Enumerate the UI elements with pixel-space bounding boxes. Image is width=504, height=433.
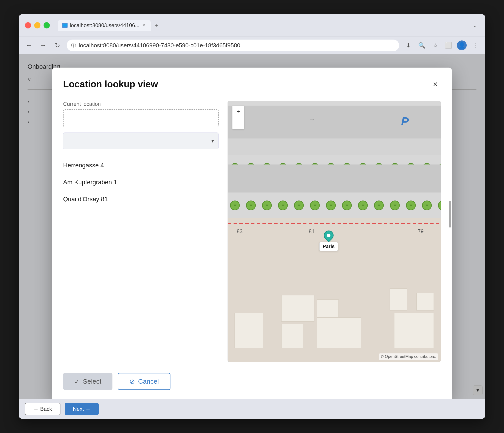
building-8 bbox=[390, 288, 407, 311]
street-number-83: 83 bbox=[237, 228, 243, 235]
location-item-0[interactable]: Herrengasse 4 bbox=[63, 157, 219, 174]
tab-title: localhost:8080/users/44106... bbox=[70, 22, 140, 28]
modal-left-panel: Current location ▾ Herrengasse 4 Am Kupf… bbox=[63, 101, 219, 362]
browser-toolbar: ← → ↻ ⓘ localhost:8080/users/44106990-74… bbox=[19, 36, 485, 54]
cancel-label: Cancel bbox=[138, 378, 159, 385]
modal-title: Location lookup view bbox=[63, 79, 158, 90]
select-check-icon: ✓ bbox=[74, 378, 80, 385]
zoom-out-button[interactable]: − bbox=[233, 117, 244, 129]
tab-bar: 🌐 localhost:8080/users/44106... × + bbox=[58, 20, 161, 31]
parking-label: P bbox=[401, 115, 409, 128]
current-location-field: Current location bbox=[63, 101, 219, 127]
tree-b1 bbox=[230, 200, 240, 210]
road-strip-1: → P bbox=[228, 106, 441, 138]
modal-overlay: Location lookup view × Current location … bbox=[19, 54, 485, 399]
tree-b7 bbox=[326, 200, 336, 210]
pin-city-label: Paris bbox=[319, 242, 338, 251]
tree-b3 bbox=[262, 200, 272, 210]
building-2 bbox=[281, 295, 315, 322]
cancel-circle-icon: ⊘ bbox=[129, 378, 135, 385]
tree-b14 bbox=[438, 200, 441, 210]
chevron-down-icon: ⌄ bbox=[470, 21, 479, 29]
tree-b4 bbox=[278, 200, 288, 210]
active-tab[interactable]: 🌐 localhost:8080/users/44106... × bbox=[58, 20, 151, 31]
new-tab-button[interactable]: + bbox=[153, 21, 161, 29]
scrollbar[interactable] bbox=[449, 201, 451, 228]
tree-b11 bbox=[390, 200, 400, 210]
tree-b10 bbox=[374, 200, 384, 210]
map-buildings-section: 83 81 79 Paris bbox=[228, 218, 441, 362]
next-page-button[interactable]: Next → bbox=[65, 403, 99, 415]
sidebar-toggle-icon[interactable]: ⬜ bbox=[444, 40, 453, 50]
forward-button[interactable]: → bbox=[38, 40, 48, 50]
cancel-button[interactable]: ⊘ Cancel bbox=[118, 373, 170, 390]
modal-footer: ✓ Select ⊘ Cancel bbox=[63, 373, 441, 390]
close-window-button[interactable] bbox=[25, 22, 31, 28]
location-item-2[interactable]: Quai d'Orsay 81 bbox=[63, 191, 219, 207]
map-boundary-line bbox=[228, 223, 441, 224]
map-inner: → P bbox=[228, 101, 441, 362]
building-6 bbox=[394, 313, 434, 348]
browser-content: Onboarding ∨ › › › Location lookup view bbox=[19, 54, 485, 399]
modal-close-button[interactable]: × bbox=[430, 79, 441, 90]
zoom-in-button[interactable]: + bbox=[233, 106, 244, 117]
location-lookup-modal: Location lookup view × Current location … bbox=[52, 68, 452, 399]
map-container[interactable]: → P bbox=[228, 101, 441, 362]
select-button[interactable]: ✓ Select bbox=[63, 373, 112, 390]
map-controls: + − bbox=[232, 106, 244, 129]
location-list: Herrengasse 4 Am Kupfergraben 1 Quai d'O… bbox=[63, 157, 219, 207]
tree-b13 bbox=[422, 200, 432, 210]
map-location-pin: Paris bbox=[319, 231, 338, 251]
modal-right-panel: → P bbox=[228, 101, 441, 362]
pin-center bbox=[326, 233, 331, 238]
browser-titlebar: 🌐 localhost:8080/users/44106... × + ⌄ bbox=[19, 14, 485, 36]
fullscreen-window-button[interactable] bbox=[44, 22, 50, 28]
address-bar[interactable]: ⓘ localhost:8080/users/44106990-7430-e59… bbox=[67, 40, 399, 51]
road-arrow-1: → bbox=[309, 116, 315, 123]
browser-window: 🌐 localhost:8080/users/44106... × + ⌄ ← … bbox=[19, 14, 485, 419]
tree-row-bottom bbox=[228, 192, 441, 218]
building-4 bbox=[317, 317, 361, 348]
address-info-icon: ⓘ bbox=[71, 42, 76, 49]
building-3 bbox=[281, 324, 303, 348]
download-icon[interactable]: ⬇ bbox=[404, 40, 413, 50]
url-text: localhost:8080/users/44106990-7430-e590-… bbox=[79, 42, 240, 49]
bookmark-icon[interactable]: ☆ bbox=[430, 40, 440, 50]
street-number-79: 79 bbox=[418, 228, 424, 235]
tree-b6 bbox=[310, 200, 320, 210]
current-location-input[interactable] bbox=[63, 109, 219, 127]
building-1 bbox=[234, 313, 263, 348]
back-page-button[interactable]: ← Back bbox=[25, 403, 60, 415]
toolbar-actions: ⬇ 🔍 ☆ ⬜ 👤 ⋮ bbox=[404, 40, 480, 50]
map-attribution: © OpenStreetMap contributors. bbox=[379, 353, 438, 360]
country-dropdown[interactable]: ▾ bbox=[63, 133, 219, 149]
menu-icon[interactable]: ⋮ bbox=[470, 40, 480, 50]
tree-b5 bbox=[294, 200, 304, 210]
road-strip-2: → bbox=[228, 164, 441, 197]
map-road-section: → P bbox=[228, 101, 441, 218]
traffic-lights bbox=[25, 22, 50, 28]
tree-b8 bbox=[342, 200, 352, 210]
select-label: Select bbox=[83, 378, 101, 385]
profile-icon[interactable]: 👤 bbox=[457, 40, 467, 50]
tree-b12 bbox=[406, 200, 416, 210]
tree-b2 bbox=[246, 200, 256, 210]
modal-body: Current location ▾ Herrengasse 4 Am Kupf… bbox=[63, 101, 441, 362]
minimize-window-button[interactable] bbox=[34, 22, 40, 28]
building-7 bbox=[416, 293, 434, 311]
pin-body bbox=[322, 228, 336, 242]
current-location-label: Current location bbox=[63, 101, 219, 107]
browser-bottom-bar: ← Back Next → bbox=[19, 399, 485, 419]
street-number-81: 81 bbox=[309, 228, 315, 235]
refresh-button[interactable]: ↻ bbox=[53, 40, 62, 50]
tree-b9 bbox=[358, 200, 368, 210]
location-item-1[interactable]: Am Kupfergraben 1 bbox=[63, 174, 219, 191]
tab-close-button[interactable]: × bbox=[142, 23, 146, 27]
building-5 bbox=[317, 299, 339, 317]
modal-header: Location lookup view × bbox=[63, 79, 441, 90]
tab-favicon-icon: 🌐 bbox=[62, 23, 68, 28]
dropdown-chevron-icon: ▾ bbox=[211, 138, 214, 144]
zoom-icon[interactable]: 🔍 bbox=[417, 40, 427, 50]
back-button[interactable]: ← bbox=[24, 40, 34, 50]
